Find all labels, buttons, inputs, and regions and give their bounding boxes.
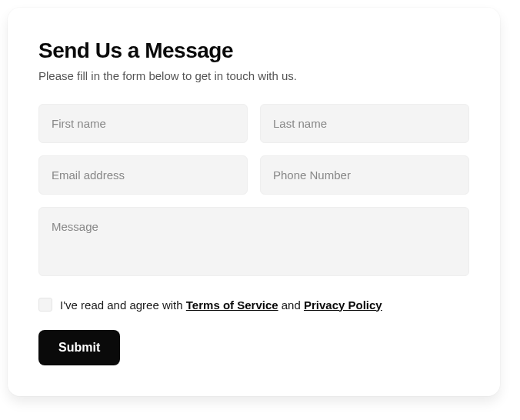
consent-text: I've read and agree with Terms of Servic… [60,298,382,312]
terms-of-service-link[interactable]: Terms of Service [186,298,278,312]
email-input[interactable] [38,155,248,195]
last-name-input[interactable] [260,104,469,143]
form-subtitle: Please fill in the form below to get in … [38,69,469,82]
message-textarea[interactable] [38,207,469,276]
first-name-input[interactable] [38,104,248,143]
form-title: Send Us a Message [38,38,469,63]
submit-button[interactable]: Submit [38,330,120,365]
consent-row: I've read and agree with Terms of Servic… [38,298,469,312]
contact-row [38,155,469,195]
name-row [38,104,469,143]
privacy-policy-link[interactable]: Privacy Policy [304,298,382,312]
consent-mid: and [278,298,304,312]
consent-prefix: I've read and agree with [60,298,186,312]
contact-form-card: Send Us a Message Please fill in the for… [8,8,500,396]
phone-input[interactable] [260,155,469,195]
consent-checkbox[interactable] [38,298,52,312]
